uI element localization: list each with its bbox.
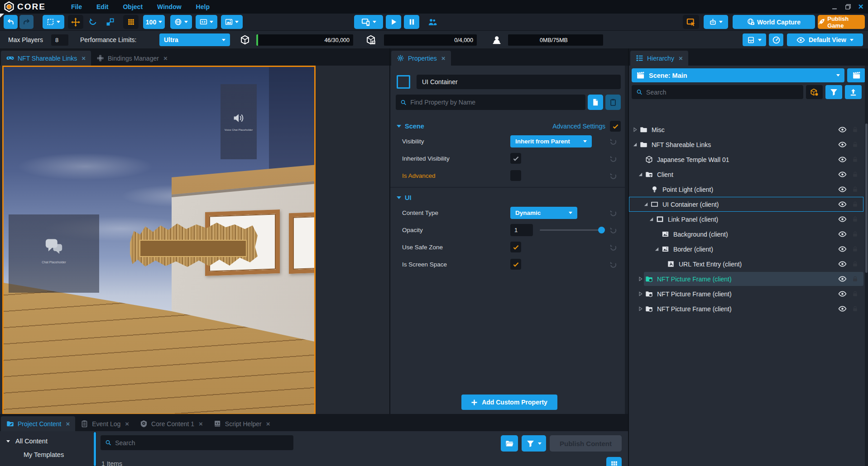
visibility-eye-icon[interactable] [838, 290, 847, 298]
hierarchy-scrollbar[interactable] [865, 66, 868, 466]
reset-icon[interactable] [609, 260, 617, 268]
use-safe-zone-checkbox[interactable] [510, 242, 521, 252]
scene-manager-button[interactable] [847, 68, 865, 82]
object-name-input[interactable] [417, 75, 621, 89]
visibility-eye-icon[interactable] [838, 275, 847, 283]
publish-content-button[interactable]: Publish Content [550, 435, 622, 452]
is-screen-space-checkbox[interactable] [510, 259, 521, 270]
reset-icon[interactable] [609, 226, 617, 234]
device-preview-dropdown[interactable] [354, 15, 383, 29]
world-space-dropdown[interactable] [170, 15, 192, 29]
sidebar-scrollbar[interactable] [93, 432, 96, 466]
scrollbar-thumb[interactable] [94, 432, 96, 466]
performance-gauge-button[interactable] [769, 33, 783, 46]
open-folder-button[interactable] [501, 435, 518, 452]
gizmo-visibility-dropdown[interactable] [221, 15, 243, 29]
section-header-scene[interactable]: Scene Advanced Settings [390, 120, 628, 133]
hierarchy-row-point-light-client[interactable]: Point Light (client) [629, 182, 863, 197]
lock-icon[interactable] [852, 246, 858, 252]
snap-size-dropdown[interactable]: 100 [143, 15, 165, 29]
hierarchy-row-border-client[interactable]: Border (client) [629, 242, 863, 257]
visibility-eye-icon[interactable] [838, 215, 847, 223]
close-tab-icon[interactable]: × [266, 420, 270, 428]
reset-icon[interactable] [609, 209, 617, 217]
is-advanced-checkbox[interactable] [510, 170, 521, 181]
collapse-icon[interactable] [648, 216, 655, 222]
visibility-eye-icon[interactable] [838, 140, 847, 149]
play-button[interactable] [386, 15, 401, 29]
lock-icon[interactable] [852, 201, 858, 208]
collapse-icon[interactable] [632, 142, 638, 147]
advanced-settings-checkbox[interactable] [610, 121, 621, 132]
lock-icon[interactable] [852, 276, 858, 282]
default-view-dropdown[interactable]: Default View [787, 33, 863, 46]
lock-icon[interactable] [852, 290, 858, 297]
visibility-eye-icon[interactable] [838, 155, 847, 164]
performance-quality-dropdown[interactable]: Ultra [159, 33, 230, 46]
hierarchy-search-field[interactable] [646, 89, 799, 96]
viewport-tab-nft-shareable-links[interactable]: NFT Shareable Links × [1, 51, 91, 66]
content-tab-event-log[interactable]: Event Log × [75, 416, 134, 431]
lock-icon[interactable] [852, 141, 858, 148]
frame-selection-button[interactable] [683, 15, 699, 29]
menu-window[interactable]: Window [150, 0, 189, 14]
hierarchy-row-nft-shareable-links[interactable]: NFT Shareable Links [629, 137, 863, 152]
sidebar-item-my-templates[interactable]: My Templates [0, 445, 93, 458]
content-tab-project-content[interactable]: Project Content × [1, 416, 75, 431]
viewport-3d-render[interactable]: Chat Placeholder Voice Chat Placeholder [2, 66, 316, 415]
hierarchy-row-japanese-temple-wall-01[interactable]: Japanese Temple Wall 01 [629, 152, 863, 167]
grid-snap-button[interactable] [123, 15, 139, 29]
content-tab-core-content-1[interactable]: Core Content 1 × [134, 416, 208, 431]
expand-icon[interactable] [632, 127, 638, 133]
opacity-value[interactable]: 1 [510, 224, 533, 236]
section-header-ui[interactable]: UI [390, 191, 628, 204]
reset-icon[interactable] [609, 171, 617, 180]
save-options-dropdown[interactable] [743, 33, 766, 46]
add-custom-property-button[interactable]: Add Custom Property [461, 395, 557, 410]
visibility-eye-icon[interactable] [838, 200, 847, 209]
show-templates-button[interactable] [806, 85, 823, 99]
menu-edit[interactable]: Edit [89, 0, 115, 14]
content-type-dropdown[interactable]: Dynamic [510, 207, 577, 219]
collapse-icon[interactable] [637, 171, 644, 177]
lock-icon[interactable] [852, 216, 858, 223]
hierarchy-row-client[interactable]: Client [629, 167, 863, 182]
move-tool-button[interactable] [68, 15, 83, 29]
visibility-dropdown[interactable]: Inherit from Parent [510, 135, 592, 147]
hierarchy-row-url-text-entry-client[interactable]: URL Text Entry (client) [629, 257, 863, 271]
sidebar-item-all-content[interactable]: All Content [0, 431, 93, 445]
publish-game-button[interactable]: Publish Game [818, 15, 865, 29]
visibility-eye-icon[interactable] [838, 260, 847, 268]
copy-properties-button[interactable] [588, 95, 603, 110]
world-capture-button[interactable]: World Capture [733, 15, 815, 29]
hierarchy-row-ui-container-client[interactable]: UI Container (client) [629, 197, 863, 212]
hierarchy-row-background-client[interactable]: Background (client) [629, 227, 863, 242]
content-search-input[interactable] [101, 435, 293, 450]
export-button[interactable] [845, 85, 862, 99]
select-mode-dropdown[interactable] [43, 15, 64, 29]
hierarchy-row-nft-picture-frame-client[interactable]: NFT Picture Frame (client) [629, 271, 863, 286]
reset-icon[interactable] [609, 154, 617, 162]
hierarchy-search-input[interactable] [632, 85, 803, 99]
lock-icon[interactable] [852, 186, 858, 193]
visibility-eye-icon[interactable] [838, 125, 847, 134]
visibility-eye-icon[interactable] [838, 185, 847, 194]
advanced-settings-link[interactable]: Advanced Settings [552, 123, 605, 130]
expand-icon[interactable] [637, 276, 644, 282]
content-filter-dropdown[interactable] [522, 435, 546, 452]
expand-icon[interactable] [637, 291, 644, 297]
multiplayer-preview-button[interactable] [425, 15, 440, 29]
scale-tool-button[interactable] [102, 15, 118, 29]
property-search-input[interactable] [396, 95, 585, 110]
undo-button[interactable] [4, 15, 18, 29]
collapse-icon[interactable] [643, 201, 649, 207]
expand-icon[interactable] [637, 306, 644, 312]
visibility-eye-icon[interactable] [838, 245, 847, 253]
content-tab-script-helper[interactable]: Script Helper × [208, 416, 276, 431]
menu-object[interactable]: Object [115, 0, 150, 14]
max-players-value[interactable]: 8 [51, 34, 68, 46]
grid-view-button[interactable] [606, 457, 622, 466]
hierarchy-row-nft-picture-frame-client[interactable]: NFT Picture Frame (client) [629, 301, 863, 316]
lock-icon[interactable] [852, 231, 858, 238]
lock-icon[interactable] [852, 261, 858, 267]
